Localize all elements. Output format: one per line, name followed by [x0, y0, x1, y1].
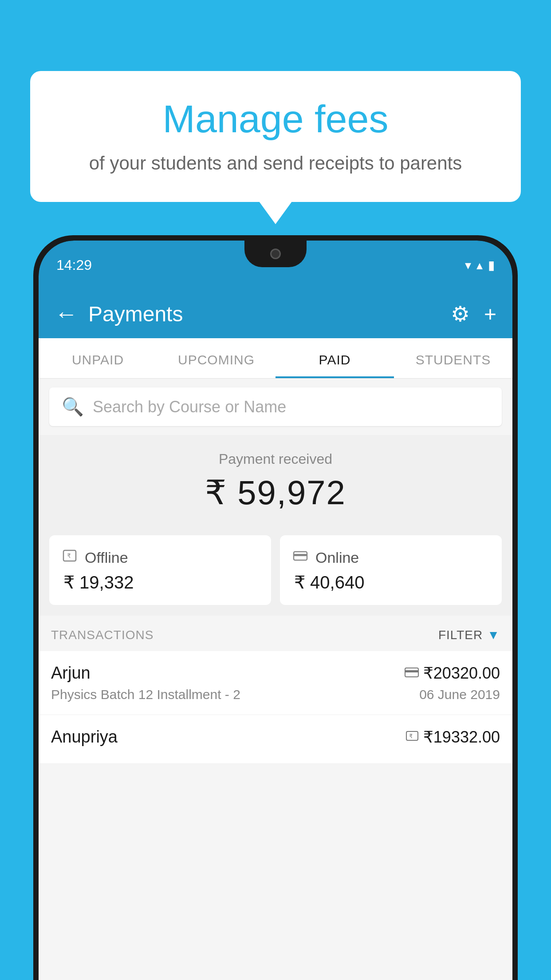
- page-title: Payments: [88, 302, 451, 326]
- speech-bubble-container: Manage fees of your students and send re…: [30, 71, 521, 202]
- back-button[interactable]: ←: [55, 300, 78, 327]
- online-icon: [292, 548, 308, 568]
- offline-icon: ₹: [62, 548, 78, 568]
- bubble-title: Manage fees: [66, 98, 485, 141]
- offline-card: ₹ Offline ₹ 19,332: [49, 535, 271, 605]
- signal-icon: ▴: [476, 258, 483, 273]
- filter-icon: ▼: [487, 628, 500, 642]
- svg-rect-5: [405, 670, 418, 672]
- payment-received-label: Payment received: [49, 451, 502, 467]
- table-row[interactable]: Arjun ₹20320.00 Physics: [39, 651, 512, 715]
- notch-cutout: [244, 241, 307, 267]
- speech-bubble: Manage fees of your students and send re…: [30, 71, 521, 202]
- online-label: Online: [315, 549, 359, 566]
- tab-students[interactable]: STUDENTS: [394, 338, 512, 378]
- transaction-list: Arjun ₹20320.00 Physics: [39, 651, 512, 764]
- wifi-icon: ▾: [465, 258, 471, 273]
- offline-amount: ₹ 19,332: [62, 572, 259, 593]
- bubble-subtitle: of your students and send receipts to pa…: [66, 151, 485, 176]
- status-bar: 14:29 ▾ ▴ ▮: [39, 241, 512, 289]
- settings-button[interactable]: ⚙: [451, 301, 470, 326]
- battery-icon: ▮: [488, 258, 495, 273]
- status-time: 14:29: [56, 257, 92, 273]
- filter-label: FILTER: [438, 628, 483, 642]
- transaction-top: Arjun ₹20320.00: [51, 664, 500, 683]
- phone-inner: 14:29 ▾ ▴ ▮ ← Payments ⚙ +: [39, 241, 512, 980]
- transactions-label: TRANSACTIONS: [51, 628, 153, 642]
- student-name: Anupriya: [51, 727, 118, 747]
- table-row[interactable]: Anupriya ₹ ₹19332.00: [39, 715, 512, 764]
- phone-frame: 14:29 ▾ ▴ ▮ ← Payments ⚙ +: [33, 235, 518, 980]
- tab-unpaid[interactable]: UNPAID: [39, 338, 157, 378]
- payment-cards: ₹ Offline ₹ 19,332: [39, 525, 512, 616]
- tabs-bar: UNPAID UPCOMING PAID STUDENTS: [39, 338, 512, 379]
- online-card-header: Online: [292, 548, 489, 568]
- amount-value: ₹19332.00: [423, 728, 500, 747]
- camera-dot: [270, 249, 281, 259]
- transaction-date: 06 June 2019: [419, 687, 500, 702]
- tab-paid[interactable]: PAID: [276, 338, 394, 378]
- app-content: ← Payments ⚙ + UNPAID UPCOMING PAID STUD…: [39, 289, 512, 980]
- svg-text:₹: ₹: [67, 552, 71, 559]
- add-button[interactable]: +: [484, 302, 496, 326]
- payment-type-icon: ₹: [405, 730, 419, 745]
- transaction-amount: ₹ ₹19332.00: [405, 728, 500, 747]
- payment-summary: Payment received ₹ 59,972: [39, 435, 512, 525]
- transactions-header: TRANSACTIONS FILTER ▼: [39, 616, 512, 651]
- payment-total-amount: ₹ 59,972: [49, 473, 502, 512]
- online-card: Online ₹ 40,640: [280, 535, 502, 605]
- top-bar: ← Payments ⚙ +: [39, 289, 512, 338]
- top-bar-actions: ⚙ +: [451, 301, 496, 326]
- transaction-bottom: Physics Batch 12 Installment - 2 06 June…: [51, 687, 500, 702]
- filter-button[interactable]: FILTER ▼: [438, 628, 500, 642]
- search-placeholder-text: Search by Course or Name: [93, 398, 286, 416]
- svg-text:₹: ₹: [409, 733, 413, 739]
- offline-label: Offline: [85, 549, 128, 566]
- transaction-top: Anupriya ₹ ₹19332.00: [51, 727, 500, 747]
- search-icon: 🔍: [62, 396, 84, 417]
- status-icons: ▾ ▴ ▮: [465, 258, 495, 273]
- svg-rect-3: [294, 554, 307, 556]
- amount-value: ₹20320.00: [423, 664, 500, 683]
- online-amount: ₹ 40,640: [292, 572, 489, 593]
- payment-type-icon: [405, 666, 419, 681]
- search-bar[interactable]: 🔍 Search by Course or Name: [49, 387, 502, 426]
- tab-upcoming[interactable]: UPCOMING: [157, 338, 276, 378]
- offline-card-header: ₹ Offline: [62, 548, 259, 568]
- course-info: Physics Batch 12 Installment - 2: [51, 687, 240, 702]
- transaction-amount: ₹20320.00: [405, 664, 500, 683]
- student-name: Arjun: [51, 664, 91, 683]
